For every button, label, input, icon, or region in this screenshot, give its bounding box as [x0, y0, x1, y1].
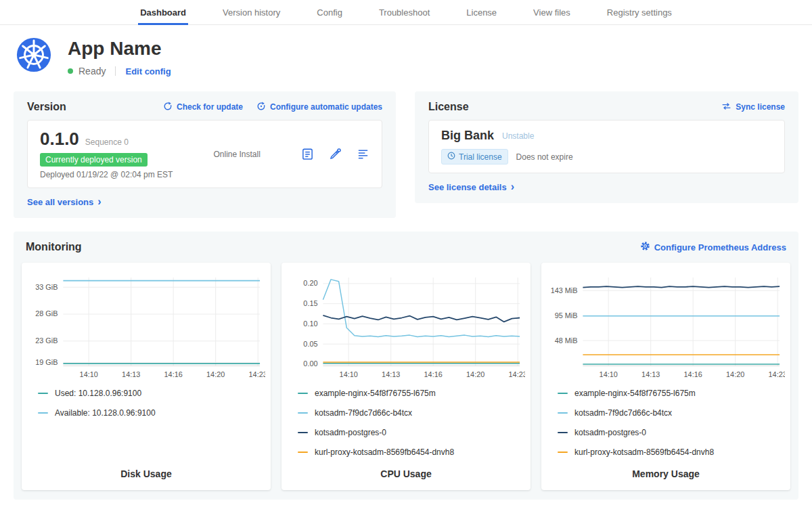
legend-item: kotsadm-postgres-0 — [298, 428, 525, 437]
legend-swatch — [558, 412, 568, 414]
tab-dashboard[interactable]: Dashboard — [122, 0, 204, 24]
cpu-usage-chart-card: 0.200.150.100.050.0014:1014:1314:1614:20… — [281, 263, 531, 490]
configure-prometheus-label: Configure Prometheus Address — [654, 242, 786, 252]
install-type-label: Online Install — [213, 150, 260, 159]
legend-label: kurl-proxy-kotsadm-8569fb6454-dnvh8 — [574, 447, 714, 457]
svg-text:14:23: 14:23 — [249, 370, 265, 378]
svg-text:0.10: 0.10 — [303, 320, 317, 328]
sync-icon — [721, 102, 731, 112]
legend-swatch — [38, 393, 48, 394]
tab-version-history[interactable]: Version history — [204, 0, 298, 24]
chart-legend: example-nginx-54f8f76755-l675mkotsadm-7f… — [558, 389, 785, 457]
memory-usage-chart: 143 MiB95 MiB48 MiB14:1014:1314:1614:201… — [547, 271, 785, 385]
tab-view-files[interactable]: View files — [515, 0, 589, 24]
deployed-badge: Currently deployed version — [40, 153, 148, 167]
monitoring-section: Monitoring Configure Prometheus Address … — [14, 232, 798, 500]
legend-item: kotsadm-postgres-0 — [558, 428, 785, 437]
check-for-update-label: Check for update — [177, 102, 243, 112]
license-panel: Big Bank Unstable Trial license Does not… — [428, 120, 785, 173]
svg-text:0.20: 0.20 — [303, 279, 317, 287]
deployed-timestamp: Deployed 01/19/22 @ 02:04 pm EST — [40, 170, 173, 179]
legend-label: example-nginx-54f8f76755-l675m — [315, 389, 436, 398]
legend-label: kotsadm-7f9dc7d66c-b4tcx — [574, 408, 672, 418]
disk-usage-chart-card: 33 GiB28 GiB23 GiB19 GiB14:1014:1314:161… — [22, 263, 271, 490]
legend-label: Available: 10.128.0.96:9100 — [55, 408, 156, 418]
license-card-title: License — [428, 101, 469, 113]
configure-auto-updates-label: Configure automatic updates — [270, 102, 382, 112]
legend-label: kurl-proxy-kotsadm-8569fb6454-dnvh8 — [315, 447, 454, 457]
legend-swatch — [298, 452, 308, 453]
status-dot-icon — [68, 68, 73, 74]
tab-license[interactable]: License — [448, 0, 515, 24]
svg-text:14:23: 14:23 — [769, 370, 785, 378]
legend-item: kurl-proxy-kotsadm-8569fb6454-dnvh8 — [558, 447, 785, 457]
chevron-right-icon: › — [511, 181, 514, 192]
legend-item: Used: 10.128.0.96:9100 — [38, 389, 265, 398]
legend-item: kotsadm-7f9dc7d66c-b4tcx — [558, 408, 785, 418]
chart-title: CPU Usage — [287, 459, 525, 482]
tab-config[interactable]: Config — [298, 0, 361, 24]
svg-text:23 GiB: 23 GiB — [35, 336, 58, 345]
legend-item: example-nginx-54f8f76755-l675m — [558, 389, 785, 398]
svg-text:14:16: 14:16 — [684, 370, 702, 378]
svg-text:33 GiB: 33 GiB — [35, 283, 58, 291]
legend-swatch — [38, 412, 48, 414]
cards-row: Version Check for update — [0, 91, 812, 218]
license-card: License Sync license Big Bank Unstable — [415, 91, 798, 203]
gear-icon — [640, 241, 650, 253]
memory-usage-chart-card: 143 MiB95 MiB48 MiB14:1014:1314:1614:201… — [541, 263, 790, 490]
legend-label: Used: 10.128.0.96:9100 — [55, 389, 141, 398]
version-card: Version Check for update — [14, 91, 396, 218]
svg-text:14:10: 14:10 — [80, 370, 98, 378]
svg-text:14:23: 14:23 — [509, 370, 525, 378]
tab-troubleshoot[interactable]: Troubleshoot — [361, 0, 448, 24]
version-info: 0.1.0 Sequence 0 Currently deployed vers… — [40, 129, 173, 179]
see-all-versions-link[interactable]: See all versions › — [27, 196, 102, 207]
tab-registry-settings[interactable]: Registry settings — [589, 0, 690, 24]
legend-swatch — [558, 432, 568, 433]
channel-label: Unstable — [502, 131, 534, 141]
legend-swatch — [558, 393, 568, 394]
legend-item: example-nginx-54f8f76755-l675m — [298, 389, 525, 398]
see-all-versions-row: See all versions › — [27, 196, 382, 207]
see-license-details-row: See license details › — [428, 181, 785, 192]
kubernetes-logo-icon — [16, 37, 51, 72]
see-license-details-label: See license details — [428, 182, 507, 192]
app-header: App Name Ready Edit config — [0, 25, 812, 82]
chevron-right-icon: › — [97, 196, 101, 207]
check-for-update-link[interactable]: Check for update — [163, 102, 243, 113]
legend-swatch — [558, 452, 568, 453]
charts-row: 33 GiB28 GiB23 GiB19 GiB14:1014:1314:161… — [22, 263, 790, 490]
svg-text:14:20: 14:20 — [466, 370, 484, 378]
legend-item: Available: 10.128.0.96:9100 — [38, 408, 265, 418]
svg-text:14:13: 14:13 — [122, 370, 140, 378]
status-text: Ready — [78, 66, 106, 76]
sync-license-link[interactable]: Sync license — [721, 102, 785, 112]
legend-label: kotsadm-postgres-0 — [315, 428, 386, 437]
svg-text:143 MiB: 143 MiB — [551, 286, 578, 294]
clock-icon — [447, 152, 455, 162]
legend-swatch — [298, 412, 308, 414]
legend-swatch — [298, 393, 308, 394]
edit-config-link[interactable]: Edit config — [125, 66, 171, 76]
current-version-panel: 0.1.0 Sequence 0 Currently deployed vers… — [27, 120, 382, 188]
status-row: Ready Edit config — [68, 64, 171, 78]
configure-auto-updates-link[interactable]: Configure automatic updates — [256, 102, 382, 113]
svg-text:0.05: 0.05 — [303, 340, 317, 348]
see-license-details-link[interactable]: See license details › — [428, 181, 514, 192]
page-title: App Name — [68, 37, 171, 60]
release-notes-icon[interactable] — [301, 148, 314, 160]
divider — [115, 66, 116, 76]
edit-config-values-icon[interactable] — [329, 148, 342, 160]
deploy-logs-icon[interactable] — [357, 148, 369, 160]
svg-text:28 GiB: 28 GiB — [35, 309, 58, 317]
top-nav: Dashboard Version history Config Trouble… — [0, 0, 812, 25]
configure-prometheus-link[interactable]: Configure Prometheus Address — [640, 241, 786, 253]
refresh-icon — [163, 102, 173, 113]
sync-license-label: Sync license — [736, 102, 785, 112]
svg-text:14:20: 14:20 — [206, 370, 225, 378]
app-title-block: App Name Ready Edit config — [68, 37, 171, 78]
customer-name: Big Bank — [441, 129, 494, 143]
svg-text:14:10: 14:10 — [600, 370, 618, 378]
auto-update-icon — [256, 102, 266, 113]
